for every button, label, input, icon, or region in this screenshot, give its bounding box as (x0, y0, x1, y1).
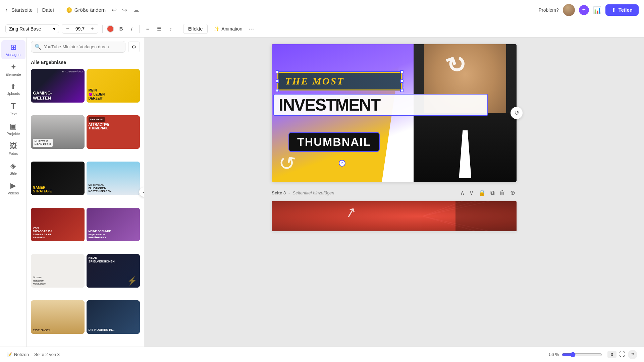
canvas-refresh-button[interactable]: ↺ (511, 107, 523, 119)
templates-panel: 🔍 ⚙ Alle Ergebnisse GAMING-WELTEN ★ AUSG… (27, 38, 144, 347)
resize-handle-tr[interactable] (400, 70, 404, 73)
resize-handle-br[interactable] (400, 89, 404, 92)
the-most-text-box[interactable]: THE MOST (277, 71, 402, 91)
elemente-icon: ✦ (10, 63, 16, 71)
zoom-value: 56 % (546, 352, 559, 357)
effekte-button[interactable]: Effekte (183, 24, 208, 34)
thumbnail-text-box[interactable]: THUMBNAIL (288, 132, 380, 152)
page-subtitle-3[interactable]: Seitentitel hinzufügen (292, 190, 334, 195)
resize-handle-tl[interactable] (276, 70, 279, 73)
redo-button[interactable]: ↪ (120, 5, 129, 15)
datei-button[interactable]: Datei (42, 7, 54, 13)
template-card-9[interactable]: UnseretäglichenMeldungen (31, 254, 85, 288)
share-icon: ⬆ (611, 7, 616, 13)
font-selector[interactable]: Zing Rust Base ▾ (5, 24, 59, 33)
sidebar-item-text[interactable]: T Text (1, 99, 25, 119)
template-card-1[interactable]: GAMING-WELTEN ★ AUSGEWÄHLT (31, 69, 85, 103)
page-move-up-button[interactable]: ∧ (459, 188, 466, 198)
rotate-handle[interactable]: ↺ (339, 160, 345, 167)
pages-indicator[interactable]: 3 (607, 351, 616, 358)
page-move-down-button[interactable]: ∨ (468, 188, 475, 198)
add-user-button[interactable]: + (579, 5, 589, 15)
page-duplicate-button[interactable]: ⧉ (489, 188, 496, 198)
problem-button[interactable]: Problem? (539, 7, 559, 13)
save-cloud-icon[interactable]: ☁ (133, 6, 139, 14)
help-button[interactable]: ? (628, 350, 637, 359)
top-bar-left: ‹ Startseite | Datei | 🪙 Größe ändern ↩ … (5, 5, 535, 15)
user-avatar[interactable] (563, 4, 575, 16)
resize-handle-bl[interactable] (276, 89, 279, 92)
search-box: 🔍 (31, 41, 125, 53)
italic-button[interactable]: I (128, 24, 135, 33)
projekte-label: Projekte (6, 132, 20, 136)
template-card-11[interactable]: EINE BASIS... (31, 300, 85, 334)
resize-handle-ml[interactable] (276, 79, 279, 83)
fotos-icon: 🖼 (10, 142, 17, 150)
text-color-picker[interactable] (107, 25, 114, 33)
bottom-right-buttons: 3 ⛶ ? (607, 350, 637, 359)
page3-person (455, 201, 517, 231)
template-card-4[interactable]: THE MOST ATTRACTIVETHUMBNAIL (87, 115, 140, 149)
the-most-box-inner: THE MOST (277, 72, 402, 90)
text-icon: T (11, 102, 16, 111)
template-card-7[interactable]: VONTAPASBAR ZUTAPASBAR INSPANIEN (31, 208, 85, 241)
sidebar-item-vorlagen[interactable]: ⊞ Vorlagen (1, 40, 25, 59)
page-separator-3: Seite 3 - Seitentitel hinzufügen ∧ ∨ 🔒 ⧉… (272, 184, 517, 201)
text-label: Text (10, 112, 16, 116)
uploads-label: Uploads (6, 92, 20, 96)
vorlagen-icon: ⊞ (10, 43, 16, 52)
notes-button[interactable]: 📝 Notizen (7, 352, 29, 357)
template-card-6[interactable]: So gehts ANFLUGTICKET-KOSTEN SPAREN (87, 162, 140, 195)
more-options-button[interactable]: ··· (249, 25, 254, 33)
zoom-slider[interactable] (562, 352, 602, 357)
template-card-3[interactable]: KURZTRIPNACH PARIS (31, 115, 85, 149)
font-size-increase-button[interactable]: + (89, 26, 95, 32)
canvas-main[interactable]: ↻ ↺ THE MOST (272, 44, 517, 182)
template-card-10[interactable]: NEUESPIELVERSIONEN ⚡ (87, 254, 140, 288)
toolbar: Zing Rust Base ▾ − + B I ≡ ☰ ↕ Effekte ✨… (0, 20, 644, 38)
fullscreen-button[interactable]: ⛶ (619, 351, 625, 358)
undo-button[interactable]: ↩ (110, 5, 119, 15)
investment-text-box[interactable]: INVESTMENT (273, 94, 488, 116)
align-left-button[interactable]: ≡ (144, 24, 152, 33)
template-card-2[interactable]: MEIN😈 LEBENDERZEIT (87, 69, 140, 103)
search-icon: 🔍 (35, 44, 41, 50)
spacing-button[interactable]: ↕ (167, 24, 175, 33)
sidebar-item-fotos[interactable]: 🖼 Fotos (1, 139, 25, 158)
startseite-button[interactable]: Startseite (11, 7, 33, 13)
canvas-wrapper: ↻ ↺ THE MOST (272, 44, 517, 182)
bold-button[interactable]: B (117, 24, 126, 33)
template-card-12[interactable]: DIE ROOKIES IN... (87, 300, 140, 334)
page-lock-button[interactable]: 🔒 (477, 188, 487, 198)
canvas-page-2: ↻ ↺ THE MOST (272, 44, 517, 182)
canvas-area: ↻ ↺ THE MOST (144, 38, 644, 347)
font-size-input[interactable] (72, 26, 88, 32)
zoom-control: 56 % (546, 352, 602, 357)
animation-icon: ✨ (214, 26, 219, 32)
filter-button[interactable]: ⚙ (128, 42, 140, 52)
animation-button[interactable]: ✨ Animation (210, 24, 246, 34)
sidebar-item-videos[interactable]: ▶ Videos (1, 179, 25, 198)
share-button[interactable]: ⬆ Teilen (605, 4, 639, 16)
grosse-button[interactable]: 🪙 Größe ändern (66, 7, 106, 13)
sidebar-item-uploads[interactable]: ⬆ Uploads (1, 80, 25, 98)
undo-redo-group: ↩ ↪ (110, 5, 129, 15)
left-sidebar: ⊞ Vorlagen ✦ Elemente ⬆ Uploads T Text ▣… (0, 38, 27, 347)
search-input[interactable] (44, 44, 122, 49)
template-card-5[interactable]: GAMER-STRATEGIE (31, 162, 85, 195)
page-add-button[interactable]: ⊕ (509, 188, 517, 198)
canvas-page-3[interactable]: ↗ (272, 201, 517, 231)
font-size-decrease-button[interactable]: − (65, 26, 70, 32)
sidebar-item-projekte[interactable]: ▣ Projekte (1, 119, 25, 138)
resize-handle-mr[interactable] (400, 79, 404, 83)
back-button[interactable]: ‹ (5, 6, 7, 13)
toolbar-divider-1 (102, 25, 103, 33)
page-delete-button[interactable]: 🗑 (498, 188, 507, 198)
analytics-icon[interactable]: 📊 (593, 6, 601, 14)
top-bar: ‹ Startseite | Datei | 🪙 Größe ändern ↩ … (0, 0, 644, 20)
sidebar-item-elemente[interactable]: ✦ Elemente (1, 60, 25, 79)
next-page-background: ↗ (272, 201, 517, 231)
list-button[interactable]: ☰ (154, 24, 164, 34)
template-card-8[interactable]: MEINE GESUNDEvegetarischeERNÄHRUNG (87, 208, 140, 241)
sidebar-item-stile[interactable]: ◈ Stile (1, 159, 25, 178)
